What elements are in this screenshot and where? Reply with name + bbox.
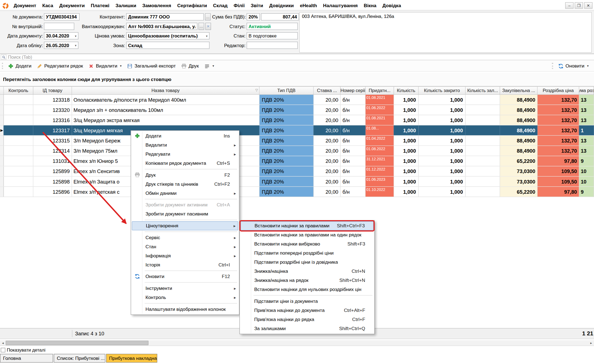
print-button[interactable]: Друк: [179, 62, 201, 70]
context-menu-item[interactable]: ДрукF2: [132, 171, 238, 180]
context-menu-item[interactable]: Налаштувати відображення колонок: [132, 305, 238, 314]
context-menu-item[interactable]: Інструменти▸: [132, 284, 238, 293]
menubar-item[interactable]: Сертифікати: [174, 2, 210, 10]
column-header[interactable]: ІД товару: [33, 87, 72, 95]
add-button[interactable]: Додати: [6, 62, 34, 70]
table-row[interactable]: 131031Elmex з/п Юниор 5ПДВ 20%20,00б/н31…: [0, 156, 594, 166]
menubar-item[interactable]: Документ: [11, 2, 39, 10]
column-header[interactable]: Номер серії: [341, 87, 366, 95]
context-menu-item[interactable]: Інформація▸: [132, 251, 238, 260]
table-row[interactable]: 123315З/п Меридол БережПДВ 20%20,00б/н01…: [0, 136, 594, 146]
menubar-item[interactable]: Довідка: [379, 2, 404, 10]
editor-input[interactable]: [247, 42, 298, 49]
contractor-lookup-button[interactable]: …: [205, 13, 211, 20]
submenu-item[interactable]: Встановити націнки вибірковоShift+F3: [241, 239, 374, 249]
column-header[interactable]: Контроль: [4, 87, 33, 95]
scroll-left-arrow[interactable]: ◂: [0, 340, 6, 346]
column-header[interactable]: Закупівельна ...: [500, 87, 538, 95]
search-bar[interactable]: Поиск (Tab): [0, 54, 594, 60]
tab-list-incoming[interactable]: Список: Прибуткові ...: [54, 354, 105, 363]
column-header[interactable]: Сума роз...: [579, 87, 594, 95]
menubar-item[interactable]: Налаштування: [320, 2, 361, 10]
doc-date-combobox[interactable]: 30.04.2020 ▾: [44, 32, 79, 39]
context-menu-item[interactable]: Зробити документ пасивним: [132, 209, 238, 219]
column-header[interactable]: Назва товару▽: [72, 87, 260, 95]
close-button[interactable]: ✕: [584, 2, 592, 9]
submenu-item[interactable]: Підставити ціни із документа: [241, 297, 374, 306]
context-menu-item[interactable]: ІсторіяCtrl+I: [132, 260, 238, 269]
scroll-right-arrow[interactable]: ▸: [588, 340, 594, 346]
submenu-item[interactable]: Встановити націнки за правиламиShift+Ctr…: [241, 221, 374, 230]
consignee-clear-button[interactable]: ✕: [205, 23, 211, 30]
menubar-item[interactable]: Залишки: [112, 2, 139, 10]
menubar-item[interactable]: eHealth: [297, 2, 320, 10]
menubar-item[interactable]: Склад: [210, 2, 231, 10]
table-row[interactable]: 123320Меридол з/п + ополаскиватель 100мл…: [0, 105, 594, 115]
contractor-input[interactable]: [126, 13, 204, 20]
column-header[interactable]: Роздрібна ціна: [538, 87, 579, 95]
horizontal-scrollbar[interactable]: ◂ ▸: [0, 340, 594, 346]
table-row[interactable]: 123316З/щ Меридол экстра мягкаяПДВ 20%20…: [0, 115, 594, 125]
column-header[interactable]: Тип ПДВ: [260, 87, 314, 95]
filter-icon[interactable]: ▽: [255, 88, 258, 92]
tab-main[interactable]: Головна: [0, 354, 53, 363]
layout-list-button[interactable]: ▾: [202, 62, 217, 70]
menubar-item[interactable]: Документи: [56, 2, 88, 10]
doc-number-input[interactable]: [44, 13, 80, 20]
column-header[interactable]: Кількість: [394, 87, 418, 95]
context-menu-item[interactable]: Редагувати▸: [132, 150, 238, 159]
edit-row-button[interactable]: Редагувати рядок: [34, 62, 85, 70]
general-export-button[interactable]: Загальний експорт: [125, 62, 178, 70]
submenu-item[interactable]: Встановити націнки за правилами на один …: [241, 230, 374, 239]
context-menu-item[interactable]: Друк стікерів та цінниківCtrl+F2: [132, 180, 238, 189]
menubar-item[interactable]: Каса: [39, 2, 56, 10]
zone-input[interactable]: [126, 42, 210, 49]
table-row[interactable]: 123318Ополаскиватель д/полости рта Мерид…: [0, 95, 594, 105]
delete-button[interactable]: Видалити▾: [86, 62, 124, 70]
refresh-button[interactable]: Оновити▾: [556, 62, 591, 70]
context-menu-item[interactable]: Обмін даними▸: [132, 189, 238, 198]
submenu-item[interactable]: Встановити націнки для нульових роздрібн…: [241, 285, 374, 294]
table-row[interactable]: 125896Elmex з/п детская сПДВ 20%20,00б/н…: [0, 187, 594, 197]
context-menu-item[interactable]: ДодатиIns: [132, 131, 238, 141]
context-menu-item[interactable]: Контроль▸: [132, 293, 238, 302]
submenu-item[interactable]: Знижка/націнкаCtrl+N: [241, 267, 374, 276]
table-row[interactable]: 123314З/п Меридол 75млПДВ 20%20,00б/н01.…: [0, 146, 594, 156]
column-header[interactable]: Кількість закрито: [418, 87, 466, 95]
consignee-input[interactable]: [126, 23, 198, 30]
column-header[interactable]: Кількість зал...: [466, 87, 500, 95]
context-menu-item[interactable]: ОновитиF12: [132, 272, 238, 281]
column-header[interactable]: Придатн...: [366, 87, 394, 95]
context-menu-item[interactable]: Стан▸: [132, 242, 238, 251]
menubar-item[interactable]: Філії: [231, 2, 248, 10]
show-details-checkbox[interactable]: [1, 348, 6, 352]
submenu-item[interactable]: Підставити роздрібні ціни із довідника: [241, 258, 374, 267]
submenu-item[interactable]: Прив'язка націнки до рядкаCtrl+F: [241, 315, 374, 324]
minimize-button[interactable]: –: [565, 2, 574, 9]
submenu-item[interactable]: Підставити попередні роздрібні ціни: [241, 249, 374, 258]
table-row[interactable]: 125898Elmex з/п Защита оПДВ 20%20,00б/н0…: [0, 177, 594, 187]
tab-incoming-invoice[interactable]: Прибуткова накладна .: [106, 354, 157, 363]
submenu-item[interactable]: За залишкамиShift+Ctrl+Q: [241, 324, 374, 333]
column-header[interactable]: Ставка ...: [314, 87, 341, 95]
context-menu-item[interactable]: Ціноутворення▸: [132, 221, 238, 230]
context-menu-item[interactable]: Сервіс▸: [132, 233, 238, 242]
restore-button[interactable]: ❐: [575, 2, 583, 9]
table-row[interactable]: ▶123317З/щ Меридол мягкаяПДВ 20%20,00б/н…: [0, 125, 594, 136]
table-row[interactable]: 125899Elmex з/п СенситивПДВ 20%20,00б/н0…: [0, 166, 594, 177]
menubar-item[interactable]: Звіти: [248, 2, 266, 10]
consignee-lookup-button[interactable]: …: [199, 23, 204, 30]
menubar-item[interactable]: Довідники: [266, 2, 297, 10]
context-menu-item[interactable]: Видалити▸: [132, 141, 238, 150]
scrollbar-thumb[interactable]: [6, 341, 148, 345]
menubar-item[interactable]: Вікна: [361, 2, 379, 10]
menu-item-label: Ціноутворення: [146, 223, 178, 228]
accounting-date-combobox[interactable]: 26.05.2020 ▾: [44, 42, 79, 49]
menubar-item[interactable]: Замовлення: [139, 2, 174, 10]
menubar-item[interactable]: Платежі: [88, 2, 113, 10]
submenu-item[interactable]: Знижка/націнка на рядокShift+Ctrl+N: [241, 276, 374, 285]
internal-number-input[interactable]: [44, 23, 74, 30]
context-menu-item[interactable]: Копіювати рядок документаCtrl+S: [132, 159, 238, 168]
price-condition-combobox[interactable]: Ценообразование (госпиталь) ▾: [126, 32, 210, 39]
submenu-item[interactable]: Прив'язка націнки до документаCtrl+Alt+F: [241, 306, 374, 315]
